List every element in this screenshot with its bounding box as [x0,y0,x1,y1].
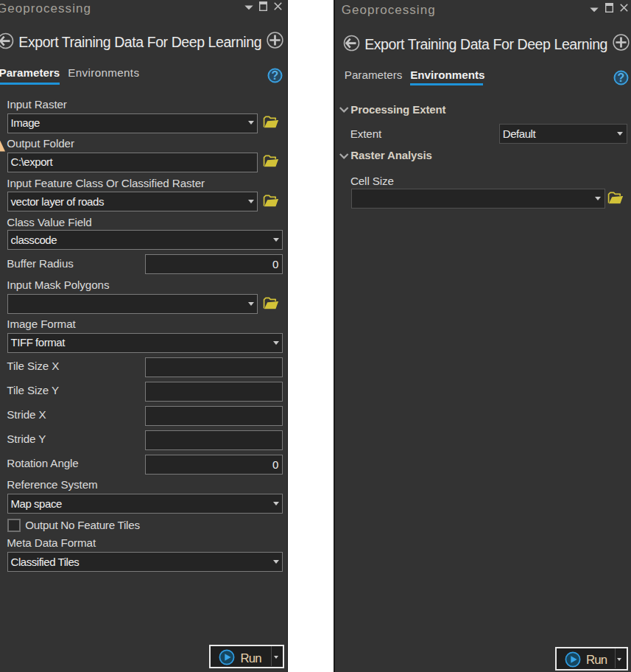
svg-text:?: ? [271,69,278,82]
svg-text:?: ? [618,71,625,84]
